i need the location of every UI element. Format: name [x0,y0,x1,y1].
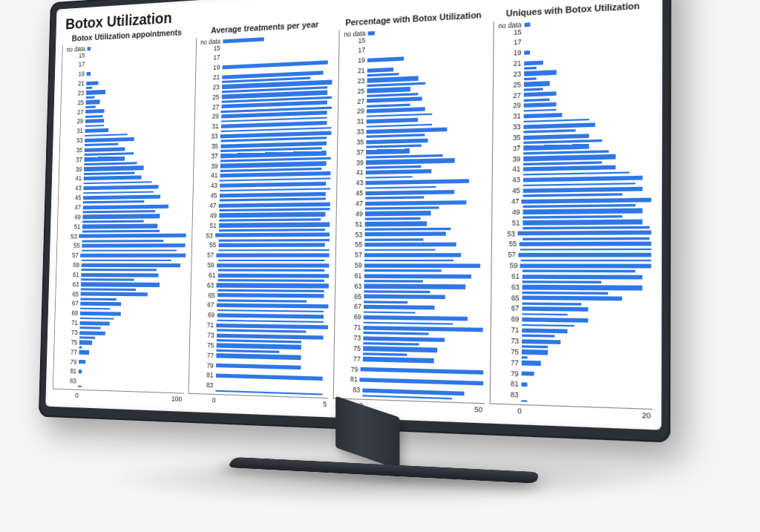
bar [81,283,160,287]
y-tick-label [194,141,220,142]
bar-row: 55 [191,242,330,249]
bar [81,269,156,271]
bar [521,382,528,387]
bar [522,208,643,214]
bar [79,234,186,238]
y-tick-label: 57 [57,252,81,259]
y-tick-label [189,380,215,381]
bar [522,270,635,272]
y-tick-label [195,92,221,93]
chart-panel-uniques: Uniques with Botox Utilizationno data151… [489,0,654,420]
bar [522,220,643,225]
bar [80,312,121,316]
bar [364,238,423,240]
y-tick-label [494,79,524,81]
bar [520,242,652,247]
bar [84,165,143,171]
x-tick-label: 100 [171,395,183,403]
bar-group: no data151719212325272931333537394143454… [490,14,652,407]
bar [82,249,176,252]
bar [364,259,453,261]
y-tick-label: 57 [336,252,364,258]
bar [79,350,89,355]
bar [82,243,185,248]
bar [364,249,435,251]
y-tick-label [492,175,522,176]
y-tick-label [493,111,523,112]
y-tick-label [194,171,220,171]
y-tick-label: 55 [191,242,218,249]
bar [364,231,445,236]
bar [85,109,104,114]
y-tick-label [492,207,522,208]
y-tick-label [194,122,220,122]
bar [85,119,104,123]
bar [364,295,445,300]
y-tick-label: 53 [57,233,79,240]
chart-panel-appointments: Botox Utilization appointmentsno data151… [53,27,192,403]
bar [78,385,82,387]
bar [216,303,328,309]
bar [521,356,528,358]
bar [217,263,330,268]
bar [367,68,393,73]
bar [517,231,651,236]
y-tick-label [338,157,366,158]
y-tick-label [194,161,220,162]
bar [521,400,528,402]
bar [217,273,329,278]
y-tick-label [338,116,367,117]
y-tick-label [335,343,363,344]
y-tick-label: 63 [191,282,216,289]
y-tick-label: 65 [335,293,364,301]
y-tick-label [193,200,220,201]
bar [216,253,330,257]
y-tick-label [491,346,521,347]
bar [87,72,91,76]
y-tick-label: 47 [492,198,522,206]
y-tick-label: 59 [491,262,520,269]
y-tick-label [60,145,85,146]
y-tick-label: 59 [336,262,364,269]
y-tick-label [55,327,79,328]
y-tick-label: 49 [58,214,82,220]
y-tick-label [337,198,365,199]
bar-row: 59 [191,262,330,269]
bar [219,192,325,198]
bar [83,185,158,190]
bar [363,336,445,342]
chart-panel-avg_treatments: Average treatments per yearno data151719… [188,19,335,408]
y-tick-label [59,164,84,165]
y-tick-label [491,378,521,379]
y-tick-label [54,356,79,357]
y-tick-label [493,132,523,133]
y-tick-label: 53 [491,230,517,237]
y-tick-label [334,374,362,375]
y-tick-label: 63 [56,281,81,288]
bar [364,284,465,289]
y-tick-label: 51 [336,221,364,228]
y-tick-label: 57 [491,252,518,259]
dashboard-screen: Botox Utilization By Year Botox Utilizat… [45,0,662,430]
bar-row: 57 [191,252,330,258]
bar [364,269,441,272]
y-tick-label [190,340,217,341]
y-tick-label: 51 [492,220,522,227]
bar [364,243,456,247]
y-tick-label: 55 [336,241,364,248]
bar [522,318,588,323]
bar [521,339,560,344]
y-tick-label: 67 [335,303,364,311]
bar [522,197,652,203]
y-tick-label: 61 [335,272,364,279]
bar [523,144,589,150]
bar [84,175,142,180]
y-tick-label [491,357,521,358]
bar [79,347,82,349]
bar [79,321,109,326]
y-tick-label [54,366,79,367]
bar [82,263,180,268]
bar-group: no data151719212325272931333537394143454… [189,32,332,396]
y-tick-label: 63 [491,283,522,291]
y-tick-label [195,111,221,112]
